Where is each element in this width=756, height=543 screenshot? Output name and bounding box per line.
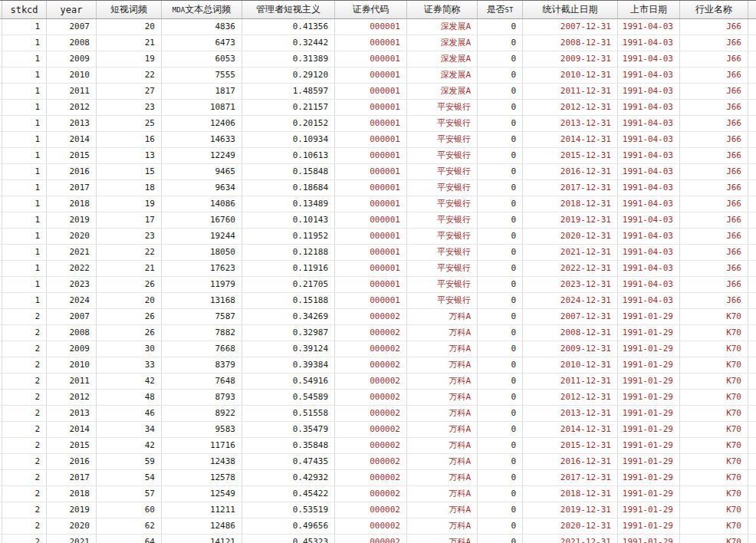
cell-myopia[interactable]: 0.54916 [242, 374, 335, 389]
cell-myopia[interactable]: 0.47435 [242, 454, 335, 469]
cell-enddate[interactable]: 2020-12-31 [523, 518, 618, 534]
cell-enddate[interactable]: 2021-12-31 [523, 535, 618, 543]
cell-stkcd[interactable]: 1 [2, 132, 47, 147]
cell-stkcd[interactable]: 2 [2, 470, 47, 485]
cell-mda[interactable]: 7587 [162, 309, 242, 324]
cell-name[interactable]: 万科A [407, 454, 478, 469]
cell-name[interactable]: 平安银行 [407, 277, 478, 292]
cell-name[interactable]: 平安银行 [407, 261, 478, 276]
cell-industry[interactable]: K70 [680, 454, 748, 469]
cell-industry[interactable]: J66 [680, 51, 748, 67]
cell-code[interactable]: 000001 [335, 67, 407, 83]
cell-year[interactable]: 2015 [47, 148, 97, 163]
cell-myopia[interactable]: 0.45323 [242, 535, 335, 543]
cell-dsc[interactable]: 34 [97, 422, 162, 437]
cell-dsc[interactable]: 23 [97, 100, 162, 115]
cell-dsc[interactable]: 18 [97, 180, 162, 196]
cell-industry[interactable]: J66 [680, 196, 748, 212]
cell-listdate[interactable]: 1991-01-29 [618, 325, 680, 341]
cell-dsc[interactable]: 54 [97, 470, 162, 485]
cell-myopia[interactable]: 0.12188 [242, 245, 335, 260]
cell-enddate[interactable]: 2021-12-31 [523, 245, 618, 260]
cell-myopia[interactable]: 0.21705 [242, 277, 335, 292]
cell-enddate[interactable]: 2024-12-31 [523, 293, 618, 308]
cell-stkcd[interactable]: 2 [2, 502, 47, 518]
cell-dsc[interactable]: 22 [97, 245, 162, 260]
cell-mda[interactable]: 7648 [162, 374, 242, 389]
cell-mda[interactable]: 12406 [162, 116, 242, 131]
cell-dsc[interactable]: 22 [97, 67, 162, 83]
cell-year[interactable]: 2011 [47, 84, 97, 99]
cell-st[interactable]: 0 [478, 100, 523, 115]
cell-code[interactable]: 000001 [335, 229, 407, 244]
cell-enddate[interactable]: 2011-12-31 [523, 374, 618, 389]
cell-listdate[interactable]: 1991-04-03 [618, 293, 680, 308]
cell-code[interactable]: 000001 [335, 164, 407, 179]
cell-industry[interactable]: K70 [680, 502, 748, 518]
cell-name[interactable]: 万科A [407, 470, 478, 485]
cell-stkcd[interactable]: 1 [2, 245, 47, 260]
cell-mda[interactable]: 6473 [162, 35, 242, 51]
cell-dsc[interactable]: 19 [97, 196, 162, 212]
cell-stkcd[interactable]: 1 [2, 261, 47, 276]
cell-industry[interactable]: K70 [680, 470, 748, 485]
cell-listdate[interactable]: 1991-04-03 [618, 100, 680, 115]
column-header-industry[interactable]: 行业名称 [680, 1, 748, 18]
cell-code[interactable]: 000001 [335, 148, 407, 163]
cell-name[interactable]: 平安银行 [407, 164, 478, 179]
cell-listdate[interactable]: 1991-04-03 [618, 212, 680, 228]
cell-year[interactable]: 2014 [47, 132, 97, 147]
cell-stkcd[interactable]: 2 [2, 518, 47, 534]
cell-listdate[interactable]: 1991-04-03 [618, 84, 680, 99]
cell-industry[interactable]: K70 [680, 438, 748, 453]
cell-industry[interactable]: J66 [680, 35, 748, 51]
cell-code[interactable]: 000002 [335, 502, 407, 518]
cell-enddate[interactable]: 2013-12-31 [523, 406, 618, 421]
cell-year[interactable]: 2009 [47, 341, 97, 357]
cell-name[interactable]: 万科A [407, 341, 478, 357]
cell-mda[interactable]: 9583 [162, 422, 242, 437]
cell-enddate[interactable]: 2012-12-31 [523, 390, 618, 405]
cell-enddate[interactable]: 2008-12-31 [523, 35, 618, 51]
column-header-listdate[interactable]: 上市日期 [618, 1, 680, 18]
cell-st[interactable]: 0 [478, 19, 523, 35]
cell-industry[interactable]: J66 [680, 19, 748, 35]
cell-name[interactable]: 深发展A [407, 51, 478, 67]
cell-name[interactable]: 万科A [407, 422, 478, 437]
cell-mda[interactable]: 8793 [162, 390, 242, 405]
cell-industry[interactable]: J66 [680, 293, 748, 308]
cell-stkcd[interactable]: 2 [2, 325, 47, 341]
cell-myopia[interactable]: 0.15188 [242, 293, 335, 308]
cell-mda[interactable]: 19244 [162, 229, 242, 244]
cell-industry[interactable]: J66 [680, 132, 748, 147]
cell-stkcd[interactable]: 1 [2, 164, 47, 179]
cell-name[interactable]: 平安银行 [407, 148, 478, 163]
cell-dsc[interactable]: 20 [97, 19, 162, 35]
cell-stkcd[interactable]: 1 [2, 116, 47, 131]
cell-stkcd[interactable]: 1 [2, 148, 47, 163]
cell-enddate[interactable]: 2016-12-31 [523, 164, 618, 179]
cell-industry[interactable]: J66 [680, 277, 748, 292]
cell-stkcd[interactable]: 1 [2, 293, 47, 308]
cell-industry[interactable]: J66 [680, 100, 748, 115]
cell-year[interactable]: 2007 [47, 19, 97, 35]
cell-industry[interactable]: J66 [680, 84, 748, 99]
cell-listdate[interactable]: 1991-04-03 [618, 116, 680, 131]
cell-dsc[interactable]: 21 [97, 261, 162, 276]
cell-myopia[interactable]: 0.10934 [242, 132, 335, 147]
cell-code[interactable]: 000001 [335, 261, 407, 276]
cell-code[interactable]: 000002 [335, 309, 407, 324]
cell-mda[interactable]: 16760 [162, 212, 242, 228]
cell-code[interactable]: 000001 [335, 180, 407, 196]
cell-st[interactable]: 0 [478, 341, 523, 357]
cell-enddate[interactable]: 2020-12-31 [523, 229, 618, 244]
cell-industry[interactable]: J66 [680, 261, 748, 276]
cell-industry[interactable]: K70 [680, 518, 748, 534]
cell-year[interactable]: 2016 [47, 164, 97, 179]
cell-mda[interactable]: 14086 [162, 196, 242, 212]
cell-name[interactable]: 深发展A [407, 35, 478, 51]
cell-st[interactable]: 0 [478, 261, 523, 276]
cell-listdate[interactable]: 1991-01-29 [618, 374, 680, 389]
cell-industry[interactable]: K70 [680, 357, 748, 373]
cell-code[interactable]: 000002 [335, 518, 407, 534]
